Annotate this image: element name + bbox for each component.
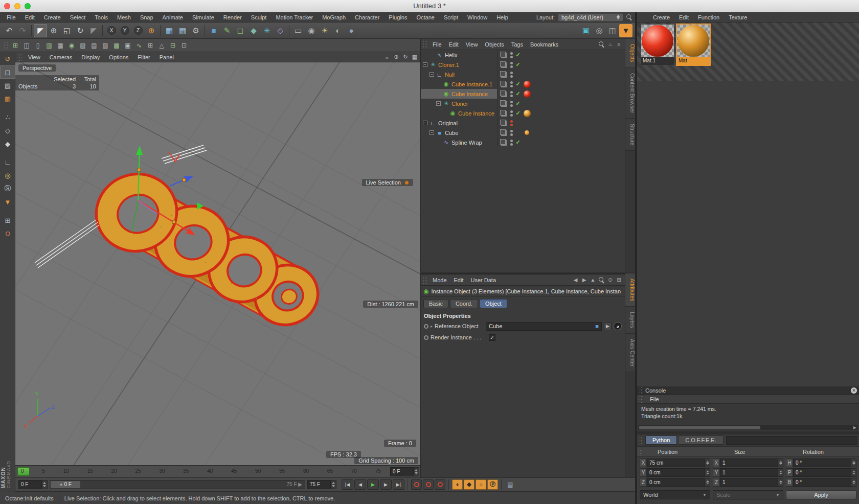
light-icon[interactable]: ☀: [318, 24, 331, 37]
object-row-cube[interactable]: −■Cube: [421, 128, 625, 138]
keyframe-parameter-button[interactable]: Ⓟ: [487, 479, 498, 490]
visibility-dots[interactable]: [509, 130, 514, 136]
panel-grip[interactable]: [17, 54, 21, 61]
visibility-dots[interactable]: [509, 101, 514, 107]
menu-octane[interactable]: Octane: [412, 14, 439, 20]
weight-tool-icon[interactable]: △: [156, 40, 167, 51]
viewport-canvas[interactable]: Y Z X Perspective Selected Total Objects…: [15, 62, 420, 465]
tab-coord[interactable]: Coord.: [450, 299, 478, 308]
om-menu-objects[interactable]: Objects: [481, 41, 507, 48]
ruler-frame-field[interactable]: 0 F: [390, 467, 419, 476]
coordinate-field[interactable]: 0 °: [793, 459, 851, 467]
om-menu-view[interactable]: View: [462, 41, 482, 48]
field-menu-button[interactable]: ▶: [604, 322, 612, 330]
panel-grip[interactable]: [423, 41, 427, 48]
viewport-menu-view[interactable]: View: [24, 54, 45, 60]
material-menu-edit[interactable]: Edit: [674, 14, 693, 20]
add-cube-icon[interactable]: ■: [207, 24, 220, 37]
object-row-cloner-1[interactable]: −✳Cloner.1✓: [421, 60, 625, 70]
current-frame-value[interactable]: 0 F: [18, 480, 42, 489]
expand-arrow-icon[interactable]: ▸: [431, 324, 433, 329]
home-icon[interactable]: ⌂: [606, 40, 615, 49]
sweep-nurbs-icon[interactable]: ▩: [111, 40, 122, 51]
coordinate-field[interactable]: 0 cm: [647, 478, 705, 487]
enabled-check[interactable]: ✓: [514, 110, 522, 117]
correction-deformer-icon[interactable]: ⊡: [178, 40, 190, 51]
material-menu-function[interactable]: Function: [693, 14, 724, 20]
menu-snap[interactable]: Snap: [135, 14, 158, 20]
bezier-nurbs-icon[interactable]: ▣: [122, 40, 133, 51]
tree-expander[interactable]: −: [429, 130, 434, 135]
extrude-generator-icon[interactable]: ◆: [247, 24, 260, 37]
stepper[interactable]: [42, 480, 48, 489]
object-row-null[interactable]: −∟Null: [421, 70, 625, 79]
stepper[interactable]: [331, 480, 336, 489]
team-render-icon[interactable]: ◫: [606, 24, 619, 37]
enable-axis-icon[interactable]: ∟: [0, 155, 15, 169]
stepper[interactable]: [778, 468, 783, 477]
panel-grip[interactable]: [4, 42, 8, 49]
coordinate-field[interactable]: 1: [720, 468, 778, 477]
keyframe-selection-button[interactable]: ○: [476, 479, 486, 490]
material-menu-create[interactable]: Create: [648, 14, 674, 20]
ruler-track[interactable]: 051015202530354045505560657075: [15, 466, 389, 477]
attr-menu-user-data[interactable]: User Data: [467, 277, 500, 283]
side-tab-objects[interactable]: Objects: [625, 39, 636, 68]
side-tab-attributes[interactable]: Attributes: [625, 273, 636, 307]
layer-icon[interactable]: [500, 100, 506, 106]
stepper[interactable]: [851, 478, 856, 487]
material-name[interactable]: Mat.1: [641, 57, 674, 65]
visibility-dots[interactable]: [509, 120, 514, 126]
history-forward-icon[interactable]: ▶: [580, 276, 589, 284]
menu-help[interactable]: Help: [492, 14, 513, 20]
record-active-objects-button[interactable]: +: [452, 479, 463, 490]
tree-expander[interactable]: −: [436, 101, 441, 106]
panel-grip[interactable]: [639, 387, 643, 394]
paint-bucket-icon[interactable]: ▼: [0, 195, 15, 209]
stepper[interactable]: [705, 459, 710, 467]
add-spline-pen-icon[interactable]: ✎: [220, 24, 234, 37]
ruler-frame-value[interactable]: 0 F: [390, 467, 414, 476]
floor-icon[interactable]: ▭: [291, 24, 305, 37]
range-slider-knob[interactable]: ◀ 0 F: [51, 481, 80, 488]
object-row-spline-wrap[interactable]: −∿Spline Wrap✓: [421, 138, 625, 147]
apply-button[interactable]: Apply: [786, 490, 856, 499]
snap-icon[interactable]: Ⓢ: [0, 182, 15, 195]
object-row-original[interactable]: −∟Original: [421, 118, 625, 128]
search-icon[interactable]: [626, 14, 632, 20]
layer-icon[interactable]: [500, 61, 506, 67]
filter-icon[interactable]: ≡: [615, 40, 623, 49]
coordinate-field[interactable]: 1: [720, 478, 778, 487]
parent-object-icon[interactable]: ▲: [589, 276, 597, 284]
script-tab-python[interactable]: Python: [645, 436, 677, 445]
side-tab-content-browser[interactable]: Content Browser: [625, 68, 636, 119]
material-thumb[interactable]: [524, 110, 531, 117]
viewport-menu-display[interactable]: Display: [77, 54, 104, 60]
workplane-mode-icon[interactable]: ▦: [0, 92, 15, 105]
panel-grip[interactable]: [638, 448, 642, 455]
camera-label[interactable]: Perspective: [18, 64, 56, 72]
tab-basic[interactable]: Basic: [423, 299, 448, 308]
stepper[interactable]: [851, 468, 856, 477]
coordinate-field[interactable]: 0 °: [793, 478, 851, 487]
pan-view-icon[interactable]: ⇔: [382, 53, 392, 62]
menu-script[interactable]: Script: [439, 14, 463, 20]
menu-create[interactable]: Create: [39, 14, 65, 20]
enabled-check[interactable]: ✓: [514, 52, 522, 58]
connect-tool-icon[interactable]: ▥: [43, 40, 55, 51]
enabled-check[interactable]: ✓: [514, 61, 522, 68]
material-thumb[interactable]: [524, 90, 531, 98]
deformer-icon[interactable]: ◇: [274, 24, 287, 37]
viewport-menu-options[interactable]: Options: [104, 54, 133, 60]
record-position-button[interactable]: [411, 479, 422, 490]
camera-icon[interactable]: ◉: [305, 24, 318, 37]
extrude-nurbs-icon[interactable]: ▧: [77, 40, 88, 51]
tab-object[interactable]: Object: [480, 299, 507, 308]
viewport-menu-filter[interactable]: Filter: [133, 54, 154, 60]
coordinate-system-icon[interactable]: ⊕: [145, 24, 158, 37]
play-button[interactable]: ▶: [367, 479, 379, 490]
visibility-dots[interactable]: [509, 140, 514, 146]
next-frame-button[interactable]: ▶: [380, 479, 392, 490]
record-rotation-button[interactable]: [435, 479, 445, 490]
subdivide-icon[interactable]: ⊞: [145, 40, 156, 51]
